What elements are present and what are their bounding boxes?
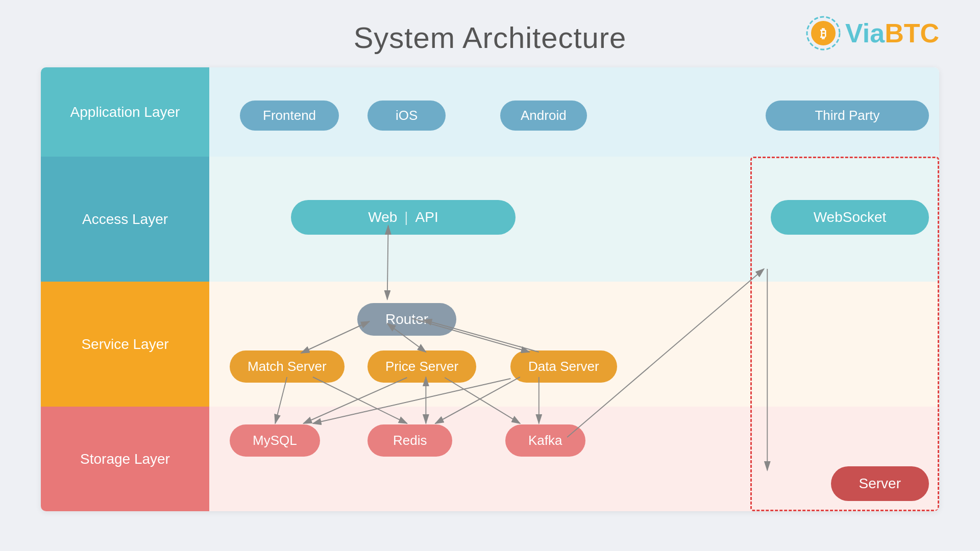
redis-pill: Redis xyxy=(368,424,452,457)
storage-layer-label: Storage Layer xyxy=(41,407,209,511)
websocket-pill: WebSocket xyxy=(771,200,929,235)
web-api-pill: Web | API xyxy=(291,200,516,235)
logo-via: Via xyxy=(845,18,885,48)
service-layer-label: Service Layer xyxy=(41,282,209,407)
header: System Architecture ₿ ViaBTC xyxy=(0,0,980,65)
application-layer-label: Application Layer xyxy=(41,67,209,157)
svg-text:₿: ₿ xyxy=(820,27,826,40)
logo-text: ViaBTC xyxy=(845,18,939,48)
page-title: System Architecture xyxy=(354,20,627,55)
match-server-pill: Match Server xyxy=(230,350,345,383)
server-pill: Server xyxy=(831,466,929,501)
page-container: System Architecture ₿ ViaBTC Application… xyxy=(0,0,980,551)
service-row-bg xyxy=(209,282,939,407)
price-server-pill: Price Server xyxy=(368,350,476,383)
router-pill: Router xyxy=(357,303,456,336)
logo-btc: BTC xyxy=(885,18,939,48)
android-pill: Android xyxy=(500,101,587,131)
architecture-diagram: Application Layer Access Layer Service L… xyxy=(41,67,939,511)
mysql-pill: MySQL xyxy=(230,424,320,457)
storage-row-bg xyxy=(209,407,939,511)
ios-pill: iOS xyxy=(368,101,446,131)
access-layer-label: Access Layer xyxy=(41,157,209,282)
third-party-pill: Third Party xyxy=(766,101,929,131)
logo-area: ₿ ViaBTC xyxy=(805,15,939,51)
labels-column: Application Layer Access Layer Service L… xyxy=(41,67,209,511)
kafka-pill: Kafka xyxy=(505,424,585,457)
diagram-content: Frontend iOS Android Third Party Web | A… xyxy=(209,67,939,511)
data-server-pill: Data Server xyxy=(510,350,617,383)
frontend-pill: Frontend xyxy=(240,101,339,131)
bitcoin-logo-icon: ₿ xyxy=(805,15,841,51)
